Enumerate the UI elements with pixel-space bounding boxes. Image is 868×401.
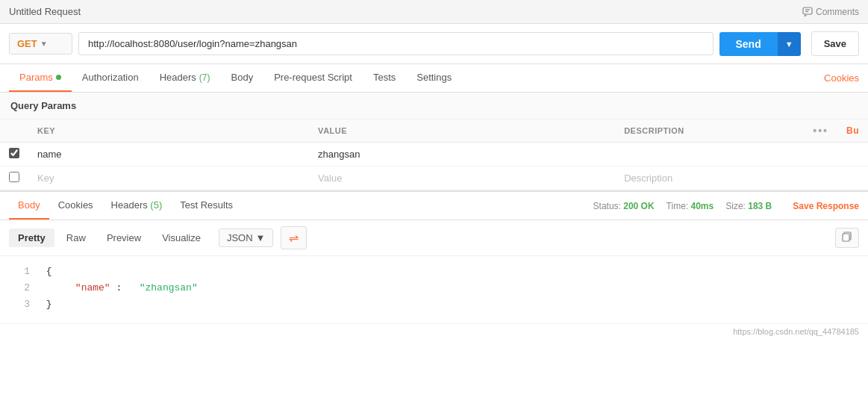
copy-icon	[842, 231, 852, 242]
tab-prerequest-label: Pre-request Script	[274, 72, 352, 83]
response-tab-headers-label: Headers	[111, 199, 151, 211]
empty-row-checkbox-cell	[0, 167, 28, 190]
response-tabs-row: Body Cookies Headers (5) Test Results St…	[0, 192, 868, 220]
tab-body-label: Body	[231, 72, 254, 83]
col-value-header: VALUE	[309, 119, 615, 143]
col-checkbox-header	[0, 119, 28, 143]
bulk-edit-header: Bu	[837, 119, 868, 143]
code-line-2: 2 "name" : "zhangsan"	[9, 280, 859, 296]
view-tab-visualize[interactable]: Visualize	[153, 229, 210, 247]
size-value: 183 B	[748, 201, 772, 211]
response-meta: Status: 200 OK Time: 40ms Size: 183 B Sa…	[593, 201, 859, 211]
code-indent	[46, 282, 69, 293]
tab-headers[interactable]: Headers (7)	[149, 64, 221, 92]
response-tab-test-results[interactable]: Test Results	[171, 192, 242, 220]
status-value: 200 OK	[623, 201, 654, 211]
save-button[interactable]: Save	[811, 31, 859, 56]
row-key-cell[interactable]: name	[28, 143, 309, 167]
query-params-section: Query Params KEY VALUE DESCRIPTION ••• B…	[0, 93, 868, 190]
format-selector[interactable]: JSON ▼	[219, 229, 274, 247]
response-tab-cookies-label: Cookies	[58, 199, 93, 211]
send-dropdown-button[interactable]: ▼	[778, 32, 801, 56]
empty-extra-cell	[837, 167, 868, 190]
tab-tests[interactable]: Tests	[363, 64, 406, 92]
format-value: JSON	[227, 232, 253, 243]
open-brace: {	[46, 266, 52, 277]
comment-icon	[802, 7, 813, 17]
table-row: Key Value Description	[0, 167, 868, 190]
params-dot-icon	[56, 75, 61, 80]
tab-prerequest[interactable]: Pre-request Script	[263, 64, 363, 92]
code-line-3: 3 }	[9, 296, 859, 313]
response-tab-body[interactable]: Body	[9, 192, 49, 220]
params-table: KEY VALUE DESCRIPTION ••• Bu name zhangs…	[0, 119, 868, 190]
empty-row-desc-cell[interactable]: Description	[615, 167, 804, 190]
svg-rect-0	[803, 7, 812, 14]
top-bar: Untitled Request Comments	[0, 0, 868, 24]
tab-authorization[interactable]: Authorization	[72, 64, 149, 92]
response-tab-body-label: Body	[18, 199, 40, 211]
comments-label: Comments	[816, 7, 859, 17]
time-label: Time: 40ms	[666, 201, 714, 211]
line-num-1: 1	[9, 264, 30, 280]
empty-row-key-cell[interactable]: Key	[28, 167, 309, 190]
tab-tests-label: Tests	[373, 72, 396, 83]
url-bar: GET ▼ Send ▼ Save	[0, 24, 868, 64]
url-input[interactable]	[78, 32, 714, 55]
response-headers-badge: (5)	[150, 199, 162, 211]
bulk-edit-button[interactable]: Bu	[846, 125, 859, 136]
key-placeholder: Key	[37, 172, 54, 184]
bottom-panel: Body Cookies Headers (5) Test Results St…	[0, 190, 868, 339]
request-title: Untitled Request	[9, 6, 802, 17]
request-tabs: Params Authorization Headers (7) Body Pr…	[0, 64, 868, 93]
view-tab-pretty[interactable]: Pretty	[9, 229, 54, 247]
row-extra-cell	[837, 143, 868, 167]
tab-params[interactable]: Params	[9, 64, 72, 92]
response-toolbar: Pretty Raw Preview Visualize JSON ▼ ⇌	[0, 220, 868, 256]
send-button[interactable]: Send	[719, 32, 778, 56]
method-selector[interactable]: GET ▼	[9, 33, 72, 55]
footer-link-text: https://blog.csdn.net/qq_44784185	[733, 327, 859, 336]
col-key-header: KEY	[28, 119, 309, 143]
cookies-link[interactable]: Cookies	[824, 72, 859, 84]
row-checkbox[interactable]	[9, 148, 19, 158]
code-line-1: 1 {	[9, 264, 859, 280]
line-num-3: 3	[9, 296, 30, 313]
response-tab-headers[interactable]: Headers (5)	[102, 192, 172, 220]
footer: https://blog.csdn.net/qq_44784185	[0, 323, 868, 339]
value-placeholder: Value	[318, 172, 342, 184]
tab-settings[interactable]: Settings	[406, 64, 462, 92]
empty-row-value-cell[interactable]: Value	[309, 167, 615, 190]
query-params-title: Query Params	[0, 93, 868, 119]
svg-rect-4	[843, 234, 849, 241]
table-row: name zhangsan	[0, 143, 868, 167]
row-desc-cell[interactable]	[615, 143, 804, 167]
row-checkbox-cell	[0, 143, 28, 167]
col-actions-header: •••	[804, 119, 837, 143]
json-key: "name"	[75, 282, 110, 293]
view-tab-preview[interactable]: Preview	[98, 229, 150, 247]
save-response-button[interactable]: Save Response	[793, 201, 859, 211]
copy-button[interactable]	[835, 228, 859, 248]
response-tab-cookies[interactable]: Cookies	[49, 192, 102, 220]
line-num-2: 2	[9, 280, 30, 296]
tab-headers-label: Headers	[160, 72, 196, 83]
word-wrap-button[interactable]: ⇌	[281, 226, 307, 249]
tab-authorization-label: Authorization	[82, 72, 139, 83]
json-value: "zhangsan"	[140, 282, 198, 293]
empty-actions-cell	[804, 167, 837, 190]
empty-row-checkbox[interactable]	[9, 172, 19, 182]
row-value-cell[interactable]: zhangsan	[309, 143, 615, 167]
format-chevron-icon: ▼	[256, 232, 266, 243]
size-label: Size: 183 B	[725, 201, 772, 211]
chevron-down-icon: ▼	[40, 40, 48, 48]
comments-button[interactable]: Comments	[802, 7, 859, 17]
tab-params-label: Params	[19, 72, 53, 83]
more-options-icon[interactable]: •••	[813, 125, 828, 137]
view-tab-raw[interactable]: Raw	[57, 229, 95, 247]
tab-settings-label: Settings	[416, 72, 452, 83]
row-actions-cell	[804, 143, 837, 167]
time-value: 40ms	[691, 201, 714, 211]
json-colon: :	[116, 282, 133, 293]
tab-body[interactable]: Body	[221, 64, 264, 92]
